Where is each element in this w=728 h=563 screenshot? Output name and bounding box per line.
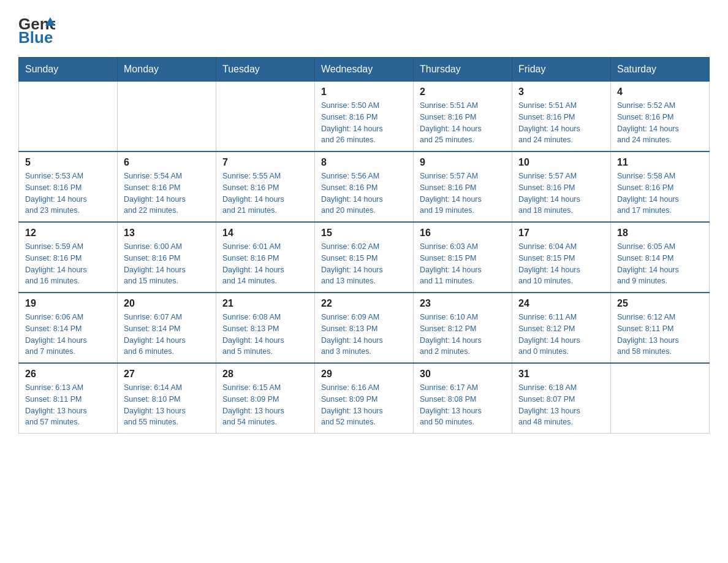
calendar-cell: 14Sunrise: 6:01 AM Sunset: 8:16 PM Dayli…	[216, 222, 315, 293]
day-number: 20	[124, 298, 210, 309]
day-number: 25	[617, 298, 703, 309]
day-number: 18	[617, 228, 703, 239]
calendar-cell: 20Sunrise: 6:07 AM Sunset: 8:14 PM Dayli…	[118, 293, 216, 363]
day-header-monday: Monday	[118, 58, 216, 82]
day-info: Sunrise: 5:54 AM Sunset: 8:16 PM Dayligh…	[124, 170, 210, 216]
calendar-cell: 1Sunrise: 5:50 AM Sunset: 8:16 PM Daylig…	[315, 82, 414, 152]
day-number: 5	[25, 157, 111, 168]
calendar-cell: 28Sunrise: 6:15 AM Sunset: 8:09 PM Dayli…	[216, 363, 315, 434]
logo: General Blue	[18, 12, 55, 46]
day-info: Sunrise: 5:53 AM Sunset: 8:16 PM Dayligh…	[25, 170, 111, 216]
calendar-cell: 3Sunrise: 5:51 AM Sunset: 8:16 PM Daylig…	[512, 82, 611, 152]
calendar-cell	[19, 82, 118, 152]
day-number: 27	[124, 369, 210, 380]
day-header-wednesday: Wednesday	[315, 58, 414, 82]
calendar-cell: 29Sunrise: 6:16 AM Sunset: 8:09 PM Dayli…	[315, 363, 414, 434]
calendar-cell: 18Sunrise: 6:05 AM Sunset: 8:14 PM Dayli…	[611, 222, 710, 293]
day-info: Sunrise: 6:18 AM Sunset: 8:07 PM Dayligh…	[518, 382, 604, 428]
day-number: 26	[25, 369, 111, 380]
day-info: Sunrise: 6:12 AM Sunset: 8:11 PM Dayligh…	[617, 312, 703, 358]
day-info: Sunrise: 6:17 AM Sunset: 8:08 PM Dayligh…	[420, 382, 506, 428]
day-number: 16	[420, 228, 506, 239]
calendar-cell: 12Sunrise: 5:59 AM Sunset: 8:16 PM Dayli…	[19, 222, 118, 293]
calendar-cell: 23Sunrise: 6:10 AM Sunset: 8:12 PM Dayli…	[414, 293, 512, 363]
day-header-sunday: Sunday	[19, 58, 118, 82]
day-number: 17	[518, 228, 604, 239]
day-info: Sunrise: 6:09 AM Sunset: 8:13 PM Dayligh…	[321, 312, 407, 358]
day-info: Sunrise: 6:00 AM Sunset: 8:16 PM Dayligh…	[124, 241, 210, 287]
day-header-tuesday: Tuesday	[216, 58, 315, 82]
week-row-4: 19Sunrise: 6:06 AM Sunset: 8:14 PM Dayli…	[19, 293, 710, 363]
day-number: 6	[124, 157, 210, 168]
day-info: Sunrise: 5:58 AM Sunset: 8:16 PM Dayligh…	[617, 170, 703, 216]
day-number: 21	[222, 298, 308, 309]
svg-text:Blue: Blue	[18, 28, 53, 46]
calendar-cell: 10Sunrise: 5:57 AM Sunset: 8:16 PM Dayli…	[512, 151, 611, 222]
day-number: 1	[321, 86, 407, 98]
day-number: 2	[420, 86, 506, 98]
day-number: 8	[321, 157, 407, 168]
day-number: 3	[518, 86, 604, 98]
day-number: 14	[222, 228, 308, 239]
day-number: 4	[617, 86, 703, 98]
calendar-cell: 22Sunrise: 6:09 AM Sunset: 8:13 PM Dayli…	[315, 293, 414, 363]
header-row: SundayMondayTuesdayWednesdayThursdayFrid…	[19, 58, 710, 82]
calendar-cell: 4Sunrise: 5:52 AM Sunset: 8:16 PM Daylig…	[611, 82, 710, 152]
day-info: Sunrise: 5:59 AM Sunset: 8:16 PM Dayligh…	[25, 241, 111, 287]
day-header-saturday: Saturday	[611, 58, 710, 82]
day-number: 15	[321, 228, 407, 239]
day-info: Sunrise: 5:50 AM Sunset: 8:16 PM Dayligh…	[321, 100, 407, 146]
day-info: Sunrise: 6:13 AM Sunset: 8:11 PM Dayligh…	[25, 382, 111, 428]
day-number: 31	[518, 369, 604, 380]
calendar-cell: 7Sunrise: 5:55 AM Sunset: 8:16 PM Daylig…	[216, 151, 315, 222]
calendar-cell: 13Sunrise: 6:00 AM Sunset: 8:16 PM Dayli…	[118, 222, 216, 293]
day-number: 28	[222, 369, 308, 380]
calendar-cell: 17Sunrise: 6:04 AM Sunset: 8:15 PM Dayli…	[512, 222, 611, 293]
day-number: 19	[25, 298, 111, 309]
week-row-5: 26Sunrise: 6:13 AM Sunset: 8:11 PM Dayli…	[19, 363, 710, 434]
calendar-cell: 5Sunrise: 5:53 AM Sunset: 8:16 PM Daylig…	[19, 151, 118, 222]
calendar-cell: 30Sunrise: 6:17 AM Sunset: 8:08 PM Dayli…	[414, 363, 512, 434]
day-info: Sunrise: 6:16 AM Sunset: 8:09 PM Dayligh…	[321, 382, 407, 428]
day-info: Sunrise: 5:56 AM Sunset: 8:16 PM Dayligh…	[321, 170, 407, 216]
calendar-cell: 6Sunrise: 5:54 AM Sunset: 8:16 PM Daylig…	[118, 151, 216, 222]
calendar-cell: 2Sunrise: 5:51 AM Sunset: 8:16 PM Daylig…	[414, 82, 512, 152]
calendar-cell	[118, 82, 216, 152]
day-info: Sunrise: 5:51 AM Sunset: 8:16 PM Dayligh…	[420, 100, 506, 146]
day-number: 10	[518, 157, 604, 168]
day-number: 23	[420, 298, 506, 309]
calendar-table: SundayMondayTuesdayWednesdayThursdayFrid…	[18, 57, 710, 434]
day-info: Sunrise: 5:57 AM Sunset: 8:16 PM Dayligh…	[518, 170, 604, 216]
day-info: Sunrise: 6:06 AM Sunset: 8:14 PM Dayligh…	[25, 312, 111, 358]
day-number: 13	[124, 228, 210, 239]
week-row-1: 1Sunrise: 5:50 AM Sunset: 8:16 PM Daylig…	[19, 82, 710, 152]
day-info: Sunrise: 5:57 AM Sunset: 8:16 PM Dayligh…	[420, 170, 506, 216]
day-info: Sunrise: 6:11 AM Sunset: 8:12 PM Dayligh…	[518, 312, 604, 358]
page-header: General Blue	[18, 12, 710, 46]
day-number: 22	[321, 298, 407, 309]
day-number: 24	[518, 298, 604, 309]
calendar-cell: 11Sunrise: 5:58 AM Sunset: 8:16 PM Dayli…	[611, 151, 710, 222]
day-number: 30	[420, 369, 506, 380]
day-number: 12	[25, 228, 111, 239]
week-row-3: 12Sunrise: 5:59 AM Sunset: 8:16 PM Dayli…	[19, 222, 710, 293]
day-info: Sunrise: 6:02 AM Sunset: 8:15 PM Dayligh…	[321, 241, 407, 287]
day-info: Sunrise: 6:10 AM Sunset: 8:12 PM Dayligh…	[420, 312, 506, 358]
day-info: Sunrise: 6:08 AM Sunset: 8:13 PM Dayligh…	[222, 312, 308, 358]
logo-icon: General Blue	[18, 12, 55, 46]
day-number: 11	[617, 157, 703, 168]
calendar-cell	[611, 363, 710, 434]
calendar-cell: 26Sunrise: 6:13 AM Sunset: 8:11 PM Dayli…	[19, 363, 118, 434]
calendar-cell: 16Sunrise: 6:03 AM Sunset: 8:15 PM Dayli…	[414, 222, 512, 293]
day-info: Sunrise: 6:03 AM Sunset: 8:15 PM Dayligh…	[420, 241, 506, 287]
day-info: Sunrise: 5:55 AM Sunset: 8:16 PM Dayligh…	[222, 170, 308, 216]
calendar-cell: 24Sunrise: 6:11 AM Sunset: 8:12 PM Dayli…	[512, 293, 611, 363]
calendar-cell: 15Sunrise: 6:02 AM Sunset: 8:15 PM Dayli…	[315, 222, 414, 293]
day-info: Sunrise: 6:01 AM Sunset: 8:16 PM Dayligh…	[222, 241, 308, 287]
day-info: Sunrise: 6:14 AM Sunset: 8:10 PM Dayligh…	[124, 382, 210, 428]
day-info: Sunrise: 6:05 AM Sunset: 8:14 PM Dayligh…	[617, 241, 703, 287]
day-info: Sunrise: 5:51 AM Sunset: 8:16 PM Dayligh…	[518, 100, 604, 146]
day-header-friday: Friday	[512, 58, 611, 82]
calendar-cell: 25Sunrise: 6:12 AM Sunset: 8:11 PM Dayli…	[611, 293, 710, 363]
calendar-cell	[216, 82, 315, 152]
